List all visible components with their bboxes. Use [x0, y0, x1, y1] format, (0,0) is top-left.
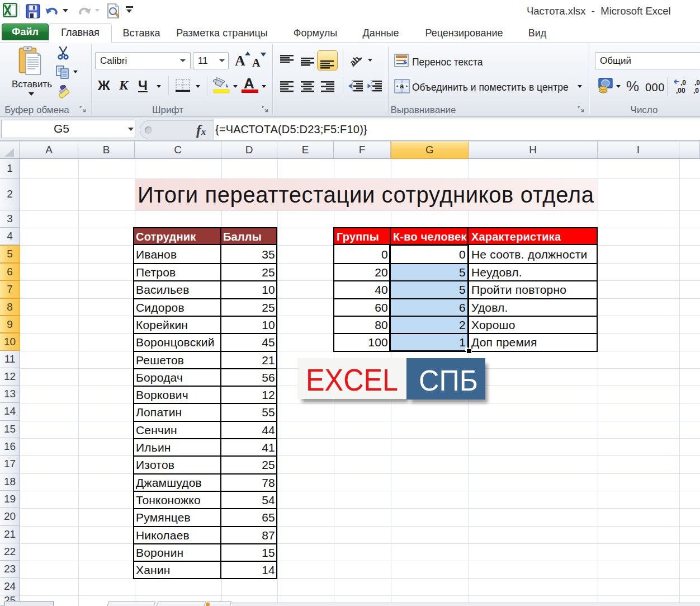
- svg-text:,0: ,0: [680, 79, 686, 87]
- svg-text:,0: ,0: [694, 79, 700, 87]
- svg-text:,0: ,0: [693, 87, 699, 94]
- svg-text:,00: ,00: [676, 87, 685, 94]
- svg-text:a: a: [400, 82, 404, 90]
